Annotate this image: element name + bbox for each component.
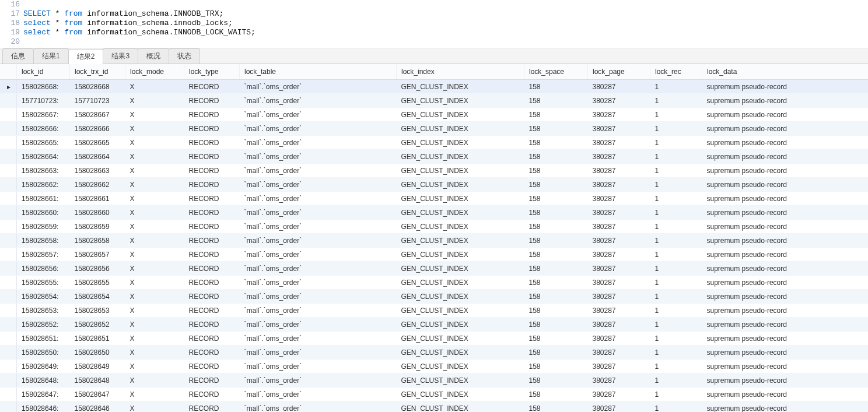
cell-lock_table[interactable]: `mall`.`oms_order` [240,374,397,388]
cell-lock_id[interactable]: 158028663: [17,164,70,178]
cell-lock_mode[interactable]: X [125,108,184,122]
cell-lock_data[interactable]: supremum pseudo-record [702,192,869,206]
editor-line[interactable]: 17SELECT * from information_schema.INNOD… [0,9,868,19]
cell-lock_type[interactable]: RECORD [184,136,240,150]
table-row[interactable]: 158028655:158028655XRECORD`mall`.`oms_or… [0,276,868,290]
editor-line[interactable]: 20 [0,37,868,47]
cell-lock_table[interactable]: `mall`.`oms_order` [240,248,397,262]
tab-2[interactable]: 结果2 [68,49,104,64]
cell-lock_trx_id[interactable]: 158028649 [70,360,125,374]
cell-lock_table[interactable]: `mall`.`oms_order` [240,318,397,332]
col-header-lock_table[interactable]: lock_table [240,64,397,80]
cell-lock_index[interactable]: GEN_CLUST_INDEX [397,248,524,262]
cell-lock_type[interactable]: RECORD [184,248,240,262]
cell-lock_index[interactable]: GEN_CLUST_INDEX [397,164,524,178]
cell-lock_index[interactable]: GEN_CLUST_INDEX [397,318,524,332]
cell-lock_data[interactable]: supremum pseudo-record [702,234,869,248]
cell-lock_table[interactable]: `mall`.`oms_order` [240,402,397,413]
cell-lock_id[interactable]: 158028650: [17,346,70,360]
cell-lock_trx_id[interactable]: 158028652 [70,318,125,332]
cell-lock_type[interactable]: RECORD [184,346,240,360]
cell-lock_id[interactable]: 158028657: [17,248,70,262]
cell-lock_data[interactable]: supremum pseudo-record [702,164,869,178]
cell-lock_index[interactable]: GEN_CLUST_INDEX [397,304,524,318]
editor-line[interactable]: 16 [0,0,868,9]
cell-lock_mode[interactable]: X [125,290,184,304]
cell-lock_page[interactable]: 380287 [588,80,650,94]
cell-lock_mode[interactable]: X [125,248,184,262]
cell-lock_mode[interactable]: X [125,304,184,318]
cell-lock_index[interactable]: GEN_CLUST_INDEX [397,374,524,388]
cell-lock_id[interactable]: 158028655: [17,276,70,290]
cell-lock_page[interactable]: 380287 [588,206,650,220]
cell-lock_page[interactable]: 380287 [588,346,650,360]
cell-lock_page[interactable]: 380287 [588,150,650,164]
cell-lock_trx_id[interactable]: 158028646 [70,402,125,413]
cell-lock_id[interactable]: 158028658: [17,234,70,248]
tab-0[interactable]: 信息 [2,48,34,64]
cell-lock_index[interactable]: GEN_CLUST_INDEX [397,206,524,220]
cell-lock_type[interactable]: RECORD [184,178,240,192]
cell-lock_table[interactable]: `mall`.`oms_order` [240,290,397,304]
cell-lock_index[interactable]: GEN_CLUST_INDEX [397,136,524,150]
cell-lock_page[interactable]: 380287 [588,374,650,388]
cell-lock_rec[interactable]: 1 [650,262,702,276]
cell-lock_space[interactable]: 158 [524,178,588,192]
cell-lock_trx_id[interactable]: 158028653 [70,304,125,318]
cell-lock_data[interactable]: supremum pseudo-record [702,108,869,122]
cell-lock_type[interactable]: RECORD [184,206,240,220]
result-grid-scroll[interactable]: lock_idlock_trx_idlock_modelock_typelock… [0,64,868,412]
cell-lock_page[interactable]: 380287 [588,304,650,318]
cell-lock_rec[interactable]: 1 [650,220,702,234]
cell-lock_id[interactable]: 158028652: [17,318,70,332]
table-row[interactable]: 158028653:158028653XRECORD`mall`.`oms_or… [0,304,868,318]
cell-lock_table[interactable]: `mall`.`oms_order` [240,234,397,248]
cell-lock_index[interactable]: GEN_CLUST_INDEX [397,220,524,234]
table-row[interactable]: 158028659:158028659XRECORD`mall`.`oms_or… [0,220,868,234]
cell-lock_rec[interactable]: 1 [650,276,702,290]
cell-lock_mode[interactable]: X [125,262,184,276]
code-text[interactable] [23,37,28,47]
cell-lock_page[interactable]: 380287 [588,220,650,234]
cell-lock_page[interactable]: 380287 [588,402,650,413]
cell-lock_trx_id[interactable]: 158028651 [70,332,125,346]
cell-lock_trx_id[interactable]: 158028648 [70,374,125,388]
cell-lock_page[interactable]: 380287 [588,192,650,206]
cell-lock_mode[interactable]: X [125,374,184,388]
cell-lock_index[interactable]: GEN_CLUST_INDEX [397,332,524,346]
cell-lock_index[interactable]: GEN_CLUST_INDEX [397,262,524,276]
cell-lock_id[interactable]: 158028649: [17,360,70,374]
cell-lock_rec[interactable]: 1 [650,136,702,150]
cell-lock_mode[interactable]: X [125,346,184,360]
cell-lock_page[interactable]: 380287 [588,248,650,262]
cell-lock_page[interactable]: 380287 [588,178,650,192]
col-header-lock_page[interactable]: lock_page [588,64,650,80]
cell-lock_trx_id[interactable]: 158028647 [70,388,125,402]
cell-lock_id[interactable]: 158028648: [17,374,70,388]
cell-lock_data[interactable]: supremum pseudo-record [702,332,869,346]
cell-lock_trx_id[interactable]: 158028664 [70,150,125,164]
cell-lock_rec[interactable]: 1 [650,80,702,94]
tab-4[interactable]: 概况 [138,48,169,64]
cell-lock_table[interactable]: `mall`.`oms_order` [240,122,397,136]
code-text[interactable] [23,0,28,9]
col-header-lock_data[interactable]: lock_data [702,64,869,80]
cell-lock_table[interactable]: `mall`.`oms_order` [240,178,397,192]
cell-lock_space[interactable]: 158 [524,192,588,206]
cell-lock_table[interactable]: `mall`.`oms_order` [240,94,397,108]
cell-lock_mode[interactable]: X [125,220,184,234]
cell-lock_type[interactable]: RECORD [184,122,240,136]
cell-lock_data[interactable]: supremum pseudo-record [702,318,869,332]
cell-lock_trx_id[interactable]: 158028666 [70,122,125,136]
cell-lock_space[interactable]: 158 [524,206,588,220]
cell-lock_data[interactable]: supremum pseudo-record [702,290,869,304]
table-row[interactable]: 158028660:158028660XRECORD`mall`.`oms_or… [0,206,868,220]
tab-3[interactable]: 结果3 [103,48,138,64]
table-row[interactable]: 158028647:158028647XRECORD`mall`.`oms_or… [0,388,868,402]
cell-lock_data[interactable]: supremum pseudo-record [702,248,869,262]
table-row[interactable]: 157710723:157710723XRECORD`mall`.`oms_or… [0,94,868,108]
cell-lock_id[interactable]: 158028661: [17,192,70,206]
cell-lock_space[interactable]: 158 [524,248,588,262]
cell-lock_table[interactable]: `mall`.`oms_order` [240,220,397,234]
cell-lock_id[interactable]: 158028666: [17,122,70,136]
